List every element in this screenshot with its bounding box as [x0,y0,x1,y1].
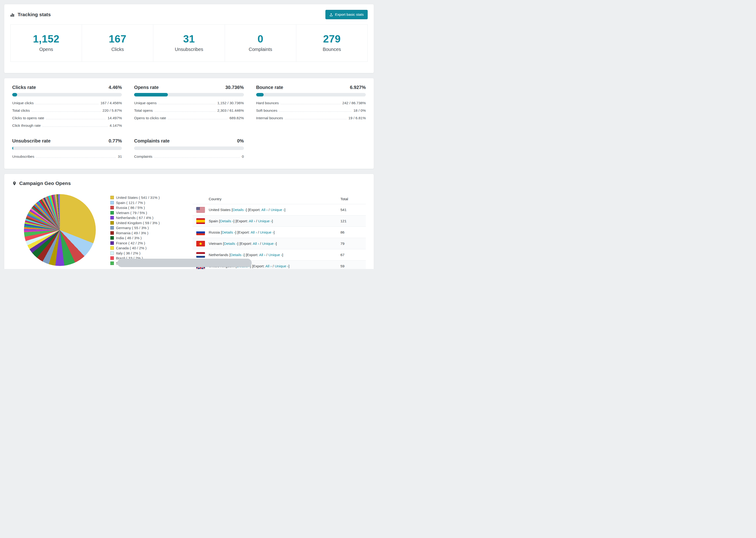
rate-block: Unsubscribe rate 0.77% Unsubscribes 31 [12,138,122,160]
details-link[interactable]: Details › [222,230,235,234]
dotted-leader [35,104,99,104]
country-column-header: Country [209,197,221,201]
legend-swatch [110,201,114,204]
export-basic-stats-button[interactable]: Export basic stats [325,10,368,19]
country-name: Vietnam [209,242,222,245]
rate-stat-row: Unsubscribes 31 [12,153,122,160]
export-all-link[interactable]: All › [249,219,255,223]
dotted-leader [158,104,216,104]
country-cell: Vietnam [Details ›] [Export: All › / Uni… [209,242,277,246]
table-row: Vietnam [Details ›] [Export: All › / Uni… [192,238,366,249]
legend-item: Romania ( 49 / 3% ) [110,231,192,236]
rate-title: Clicks rate [12,85,36,90]
country-cell: United States [Details ›] [Export: All ›… [209,208,286,212]
export-all-link[interactable]: All › [253,242,259,245]
country-flag [196,207,205,213]
rate-head: Unsubscribe rate 0.77% [12,138,122,144]
rate-stat-row: Soft bounces 18 / 0% [256,107,366,114]
country-name: Russia [209,230,220,234]
close-bracket: ] [274,230,275,234]
legend-swatch [110,211,114,215]
export-unique-link[interactable]: Unique › [268,253,282,257]
legend-label: Canada ( 40 / 2% ) [116,245,146,251]
country-name: Spain [209,219,218,223]
export-unique-link[interactable]: Unique › [262,242,276,245]
export-unique-link[interactable]: Unique › [275,264,289,268]
country-flag [196,241,205,246]
rate-stat-value: 220 / 5.87% [103,108,122,113]
legend-item: United Kingdom ( 59 / 3% ) [110,220,192,226]
details-link[interactable]: Details › [233,208,246,212]
rate-value: 0% [237,138,244,144]
slash-separator: / [260,242,261,245]
progress-bar [12,93,122,96]
export-label: Export: [241,242,252,245]
legend-item: Italy ( 36 / 2% ) [110,251,192,256]
tracking-stats-card: Tracking stats Export basic stats 1,152 … [4,4,374,73]
dotted-leader [285,119,347,119]
rate-stat-row: Clicks to opens rate 14.497% [12,114,122,122]
rate-stat-label: Opens to clicks rate [134,116,166,120]
details-link[interactable]: Details › [224,242,237,245]
horizontal-scrollbar-thumb[interactable] [117,259,252,267]
rate-head: Complaints rate 0% [134,138,244,144]
country-flag [196,218,205,224]
geo-table-header: Country Total [192,194,366,204]
export-all-link[interactable]: All › [250,230,257,234]
legend-swatch [110,256,114,260]
slash-separator: / [256,219,257,223]
geo-title: Campaign Geo Opens [12,181,366,186]
close-bracket: ] [284,208,285,212]
stat-label: Unsubscribes [153,47,225,52]
rate-value: 0.77% [109,138,122,144]
legend-swatch [110,226,114,230]
campaign-geo-opens-card: Campaign Geo Opens United States ( 541 /… [4,174,374,269]
details-link[interactable]: Details › [230,253,244,257]
table-row: Spain [Details ›] [Export: All › / Uniqu… [192,215,366,227]
details-link[interactable]: Details › [220,219,233,223]
rate-stat-label: Complaints [134,154,152,159]
rate-stat-row: Hard bounces 242 / 86.738% [256,99,366,107]
export-label: Export: [253,264,265,268]
rate-stat-row: Complaints 0 [134,153,244,160]
country-total: 59 [341,264,362,268]
rate-stat-value: 0 [242,154,244,159]
rates-card: Clicks rate 4.46% Unique clicks 167 / 4.… [4,78,374,169]
rate-value: 30.736% [225,85,244,90]
rate-stat-value: 1,152 / 30.736% [217,101,244,105]
rate-value: 4.46% [109,85,122,90]
stat-cell: 167 Clicks [82,25,153,62]
export-unique-link[interactable]: Unique › [271,208,285,212]
stat-value: 167 [82,33,153,45]
rate-stat-value: 242 / 86.738% [342,101,366,105]
rate-head: Clicks rate 4.46% [12,85,122,90]
export-label: Export: [237,219,248,223]
rate-stat-label: Soft bounces [256,108,277,113]
stat-label: Opens [11,47,82,52]
progress-bar [134,146,244,150]
export-all-link[interactable]: All › [261,208,268,212]
legend-swatch [110,221,114,225]
close-bracket: ] [276,242,277,245]
stat-cell: 31 Unsubscribes [153,25,225,62]
export-all-link[interactable]: All › [265,264,272,268]
rate-stat-row: Total clicks 220 / 5.87% [12,107,122,114]
legend-item: Russia ( 86 / 5% ) [110,205,192,210]
export-unique-link[interactable]: Unique › [260,230,274,234]
legend-label: Russia ( 86 / 5% ) [116,205,145,210]
rate-head: Bounce rate 6.927% [256,85,366,90]
legend-item: Canada ( 40 / 2% ) [110,245,192,251]
legend-swatch [110,216,114,219]
legend-label: Italy ( 36 / 2% ) [116,251,140,256]
rate-stat-value: 167 / 4.456% [100,101,122,105]
country-name: Netherlands [209,253,229,257]
table-row: Russia [Details ›] [Export: All › / Uniq… [192,227,366,238]
export-unique-link[interactable]: Unique › [258,219,272,223]
rate-stat-label: Total clicks [12,108,30,113]
export-all-link[interactable]: All › [259,253,266,257]
legend-item: France ( 42 / 2% ) [110,241,192,246]
legend-label: United Kingdom ( 59 / 3% ) [116,220,160,226]
export-label: Export: [238,230,250,234]
legend-item: Spain ( 121 / 7% ) [110,200,192,205]
country-cell: Russia [Details ›] [Export: All › / Uniq… [209,230,275,235]
